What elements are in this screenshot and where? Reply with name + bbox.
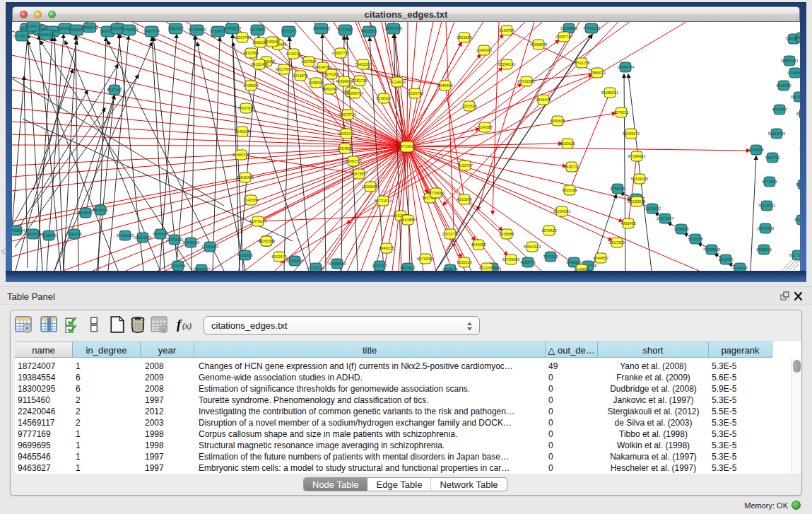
svg-text:87161682: 87161682: [518, 79, 535, 83]
svg-text:16648784: 16648784: [617, 65, 634, 69]
svg-text:0018263: 0018263: [756, 247, 771, 252]
svg-text:57249208: 57249208: [286, 259, 303, 263]
svg-text:1223307: 1223307: [338, 28, 353, 32]
svg-text:50326245: 50326245: [631, 177, 648, 181]
svg-text:51313735: 51313735: [768, 132, 785, 136]
svg-text:8159013: 8159013: [25, 24, 40, 28]
svg-text:4788783: 4788783: [610, 187, 625, 191]
svg-text:98732000: 98732000: [417, 257, 434, 261]
svg-text:24180578: 24180578: [628, 199, 645, 204]
svg-text:18365461: 18365461: [362, 185, 379, 189]
svg-text:7409319: 7409319: [543, 255, 558, 259]
svg-text:3215958: 3215958: [748, 148, 763, 152]
svg-text:14365370: 14365370: [233, 153, 249, 157]
svg-text:4640085: 4640085: [471, 243, 486, 247]
svg-text:6849340: 6849340: [153, 232, 167, 236]
svg-text:1067924: 1067924: [301, 59, 316, 64]
svg-text:48620579: 48620579: [791, 95, 800, 99]
svg-text:9487574: 9487574: [144, 29, 159, 33]
svg-text:6232010: 6232010: [457, 260, 471, 264]
svg-text:4504000: 4504000: [93, 208, 107, 212]
svg-text:4743957: 4743957: [772, 107, 787, 112]
svg-text:5164388: 5164388: [477, 125, 492, 129]
svg-text:7010737: 7010737: [457, 163, 472, 168]
svg-text:29355759: 29355759: [346, 91, 363, 95]
svg-text:94259472: 94259472: [623, 132, 640, 136]
svg-text:09260309: 09260309: [258, 239, 275, 243]
svg-text:65630481: 65630481: [237, 175, 254, 180]
svg-text:17483380: 17483380: [201, 245, 218, 249]
svg-text:41979237: 41979237: [249, 219, 266, 223]
svg-text:4449454: 4449454: [437, 83, 452, 88]
svg-text:49306668: 49306668: [336, 79, 353, 83]
svg-text:27611256: 27611256: [573, 61, 590, 65]
svg-text:8058887: 8058887: [796, 182, 800, 187]
svg-text:84335326: 84335326: [117, 233, 134, 238]
svg-text:0826199: 0826199: [562, 188, 577, 192]
svg-text:17880021: 17880021: [589, 71, 606, 75]
svg-text:0340930: 0340930: [476, 48, 491, 52]
svg-text:35873557: 35873557: [351, 172, 367, 176]
svg-text:9554590: 9554590: [337, 146, 352, 151]
svg-text:72326793: 72326793: [406, 91, 423, 95]
svg-text:(x): (x): [182, 322, 192, 332]
svg-text:3274231: 3274231: [613, 110, 628, 115]
svg-text:8414852: 8414852: [794, 35, 800, 40]
svg-text:1419314: 1419314: [25, 232, 40, 236]
svg-text:6002675: 6002675: [271, 255, 286, 259]
svg-text:9022279: 9022279: [799, 147, 800, 151]
svg-text:70658948: 70658948: [703, 247, 720, 252]
svg-text:3268656: 3268656: [673, 227, 688, 231]
svg-text:7323324: 7323324: [461, 104, 476, 108]
svg-text:38885393: 38885393: [781, 59, 798, 63]
svg-text:4333776: 4333776: [520, 260, 535, 264]
svg-text:6949235: 6949235: [379, 246, 394, 250]
svg-text:76402067: 76402067: [355, 62, 372, 66]
svg-text:0640037: 0640037: [235, 129, 249, 134]
svg-text:93729306: 93729306: [502, 257, 519, 262]
svg-text:4402685: 4402685: [361, 29, 376, 33]
svg-text:1311440: 1311440: [718, 257, 733, 262]
svg-text:6439008: 6439008: [243, 83, 258, 88]
svg-text:55721014: 55721014: [375, 199, 392, 203]
svg-text:01895559: 01895559: [189, 28, 206, 32]
svg-text:4104234: 4104234: [286, 52, 300, 56]
svg-text:6450749: 6450749: [322, 87, 337, 91]
svg-text:0025167: 0025167: [372, 264, 387, 268]
svg-text:4126906: 4126906: [237, 253, 252, 257]
svg-text:82254282: 82254282: [553, 209, 570, 214]
svg-text:81086201: 81086201: [601, 90, 618, 95]
svg-text:8737167: 8737167: [107, 88, 122, 92]
svg-text:44091031: 44091031: [338, 132, 355, 136]
svg-text:51402614: 51402614: [12, 228, 25, 233]
svg-text:02014620: 02014620: [134, 235, 151, 240]
svg-text:1673420: 1673420: [541, 228, 556, 233]
svg-text:9170342: 9170342: [250, 28, 265, 32]
svg-text:30435205: 30435205: [182, 240, 199, 245]
svg-text:77741215: 77741215: [583, 26, 600, 30]
svg-text:8033401: 8033401: [794, 218, 800, 222]
svg-text:2213878: 2213878: [293, 74, 307, 78]
svg-text:7058649: 7058649: [41, 233, 56, 238]
svg-text:2638986: 2638986: [499, 232, 514, 236]
svg-text:22470455: 22470455: [166, 238, 183, 242]
svg-text:97465075: 97465075: [224, 26, 241, 30]
svg-text:28907866: 28907866: [385, 26, 402, 30]
svg-text:7990751: 7990751: [765, 156, 779, 160]
svg-text:0831240: 0831240: [66, 232, 81, 236]
svg-text:5169784: 5169784: [499, 28, 514, 33]
svg-text:01687731: 01687731: [332, 51, 349, 55]
svg-text:1695722: 1695722: [564, 165, 579, 169]
svg-text:61760313: 61760313: [13, 34, 30, 38]
svg-text:0434839: 0434839: [787, 71, 800, 75]
svg-text:0837407: 0837407: [400, 266, 415, 270]
svg-text:2281718: 2281718: [352, 78, 367, 83]
svg-text:16033809: 16033809: [560, 26, 577, 30]
svg-text:18724007: 18724007: [399, 144, 416, 148]
svg-text:49366578: 49366578: [530, 42, 547, 47]
svg-text:65294130: 65294130: [498, 62, 515, 66]
svg-text:x: x: [162, 326, 165, 333]
svg-text:13613412: 13613412: [644, 206, 661, 211]
svg-text:3191284: 3191284: [170, 264, 185, 268]
svg-text:5515058: 5515058: [688, 237, 702, 241]
